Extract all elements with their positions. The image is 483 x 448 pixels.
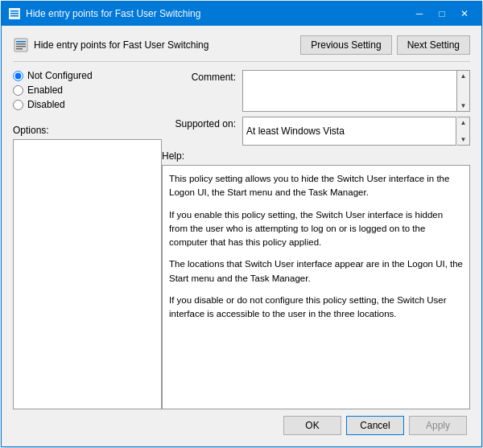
supported-scroll-down-icon: ▼	[459, 134, 469, 145]
comment-input-area: ▲ ▼	[242, 70, 470, 112]
radio-disabled-input[interactable]	[13, 100, 23, 110]
svg-rect-3	[10, 15, 19, 17]
dialog-footer: OK Cancel Apply	[13, 409, 470, 438]
options-box	[13, 139, 162, 409]
radio-enabled-input[interactable]	[13, 85, 23, 96]
previous-setting-button[interactable]: Previous Setting	[300, 35, 391, 55]
main-area: Not Configured Enabled Disabled	[13, 70, 470, 409]
svg-rect-1	[10, 10, 19, 12]
comment-textarea[interactable]	[242, 70, 457, 112]
svg-rect-6	[16, 43, 26, 45]
supported-input-area: At least Windows Vista ▲ ▼	[242, 117, 470, 146]
comment-label: Comment:	[162, 70, 242, 83]
supported-scroll-up-icon: ▲	[459, 117, 469, 128]
help-para-4: If you disable or do not configure this …	[169, 294, 463, 322]
content-columns: Not Configured Enabled Disabled	[13, 70, 470, 409]
help-para-1: This policy setting allows you to hide t…	[169, 172, 463, 200]
main-window: Hide entry points for Fast User Switchin…	[1, 1, 482, 447]
cancel-button[interactable]: Cancel	[346, 416, 404, 435]
radio-not-configured: Not Configured	[13, 70, 162, 81]
help-para-3: The locations that Switch User interface…	[169, 257, 463, 286]
radio-disabled-label: Disabled	[27, 99, 65, 110]
right-column: Comment: ▲ ▼ Supported on:	[162, 70, 470, 409]
apply-button[interactable]: Apply	[409, 416, 467, 435]
svg-rect-2	[10, 13, 19, 14]
scroll-up-icon: ▲	[459, 71, 469, 81]
header-section: Hide entry points for Fast User Switchin…	[13, 35, 470, 62]
left-column: Not Configured Enabled Disabled	[13, 70, 162, 409]
svg-rect-7	[16, 46, 26, 47]
comment-scrollbar: ▲ ▼	[457, 70, 470, 112]
help-panel: Help: This policy setting allows you to …	[162, 150, 470, 409]
svg-rect-5	[16, 41, 26, 43]
supported-value-box: At least Windows Vista	[242, 117, 456, 146]
help-para-2: If you enable this policy setting, the S…	[169, 208, 463, 250]
window-controls: ─ □ ✕	[409, 6, 475, 22]
radio-section: Not Configured Enabled Disabled	[13, 70, 162, 110]
header-buttons: Previous Setting Next Setting	[300, 35, 470, 55]
options-label: Options:	[13, 125, 162, 136]
header-title-text: Hide entry points for Fast User Switchin…	[34, 39, 208, 51]
header-title-area: Hide entry points for Fast User Switchin…	[13, 37, 208, 53]
next-setting-button[interactable]: Next Setting	[397, 35, 470, 55]
maximize-button[interactable]: □	[431, 6, 452, 22]
supported-scrollbar: ▲ ▼	[457, 117, 470, 146]
help-label: Help:	[162, 150, 470, 162]
radio-not-configured-label: Not Configured	[27, 70, 93, 81]
comment-row: Comment: ▲ ▼	[162, 70, 470, 112]
svg-rect-4	[14, 39, 27, 51]
help-box: This policy setting allows you to hide t…	[162, 165, 470, 409]
radio-disabled: Disabled	[13, 99, 162, 110]
supported-label: Supported on:	[162, 117, 242, 129]
dialog-content: Hide entry points for Fast User Switchin…	[2, 26, 481, 446]
svg-rect-8	[16, 48, 23, 50]
scroll-down-icon: ▼	[459, 101, 469, 111]
supported-value-text: At least Windows Vista	[246, 125, 345, 137]
radio-not-configured-input[interactable]	[13, 71, 23, 81]
window-title: Hide entry points for Fast User Switchin…	[26, 8, 409, 19]
radio-enabled-label: Enabled	[27, 84, 63, 96]
close-button[interactable]: ✕	[454, 6, 475, 22]
options-section: Options:	[13, 118, 162, 409]
radio-enabled: Enabled	[13, 84, 162, 96]
ok-button[interactable]: OK	[283, 416, 341, 435]
header-policy-icon	[13, 37, 29, 53]
title-bar: Hide entry points for Fast User Switchin…	[2, 2, 481, 26]
minimize-button[interactable]: ─	[409, 6, 430, 22]
window-icon	[8, 7, 21, 20]
supported-row: Supported on: At least Windows Vista ▲ ▼	[162, 117, 470, 146]
